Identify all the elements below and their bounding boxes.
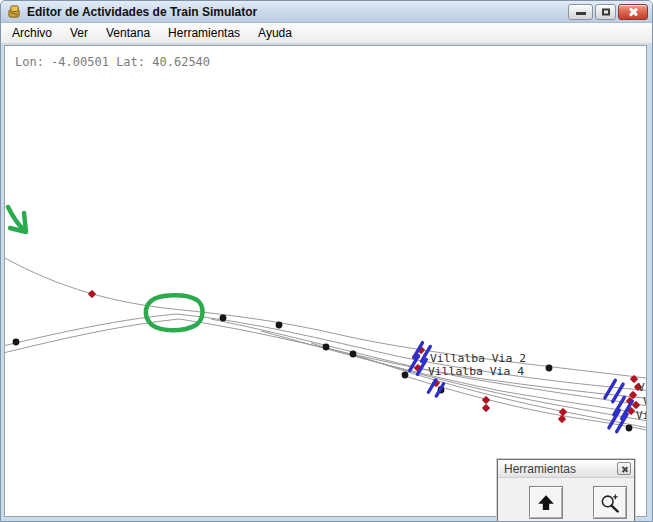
up-arrow-icon [534,491,558,515]
red-marker-dot[interactable] [88,290,96,298]
window-title: Editor de Actividades de Train Simulator [27,5,568,19]
menu-archivo[interactable]: Archivo [3,24,61,42]
waypoint-dot[interactable] [350,351,357,358]
waypoint-dot[interactable] [626,425,633,432]
track-label: Vi [636,409,646,422]
signal-marker-bar[interactable] [428,380,435,392]
zoom-in-icon [597,490,623,516]
app-window: Editor de Actividades de Train Simulator… [0,0,653,522]
menu-ver[interactable]: Ver [61,24,97,42]
marker-layer [13,290,643,432]
tools-palette-titlebar[interactable]: Herramientas [498,460,634,478]
track-line [5,257,646,379]
close-button[interactable] [618,4,648,20]
minimize-icon [576,12,586,15]
waypoint-dot[interactable] [323,344,330,351]
tools-palette-title: Herramientas [504,462,617,476]
track-label: V [643,395,646,408]
menu-ventana[interactable]: Ventana [97,24,159,42]
app-icon [7,4,22,19]
maximize-button[interactable] [595,4,616,20]
track-line [5,319,646,399]
close-icon [627,6,639,18]
track-label: V [638,381,645,394]
tools-palette-body [498,478,634,519]
place-tool-button[interactable] [529,486,563,519]
palette-close-button[interactable] [617,462,631,475]
track-line [5,314,646,391]
menu-ayuda[interactable]: Ayuda [249,24,301,42]
waypoint-dot[interactable] [220,315,227,322]
waypoint-dot[interactable] [546,365,553,372]
red-marker-dot[interactable] [482,396,490,404]
waypoint-dot[interactable] [276,322,283,329]
annotation-group [8,207,203,330]
maximize-icon [602,8,610,15]
waypoint-dot[interactable] [13,339,20,346]
annotation-circle-icon [146,295,203,330]
menu-bar: Archivo Ver Ventana Herramientas Ayuda [1,23,653,44]
track-map-canvas[interactable]: Lon: -4.00501 Lat: 40.62540 Vil [4,45,647,517]
waypoint-dot[interactable] [402,372,409,379]
red-marker-dot[interactable] [482,404,490,412]
track-label: Villalba Via 4 [428,365,524,378]
minimize-button[interactable] [568,4,593,20]
menu-herramientas[interactable]: Herramientas [159,24,249,42]
track-map-svg[interactable]: Villalba Via 2Villalba Via 4VVVi [5,46,646,516]
track-label: Villalba Via 2 [430,352,526,365]
title-bar[interactable]: Editor de Actividades de Train Simulator [1,1,653,23]
zoom-tool-button[interactable] [593,486,627,519]
tools-palette[interactable]: Herramientas [497,459,635,522]
